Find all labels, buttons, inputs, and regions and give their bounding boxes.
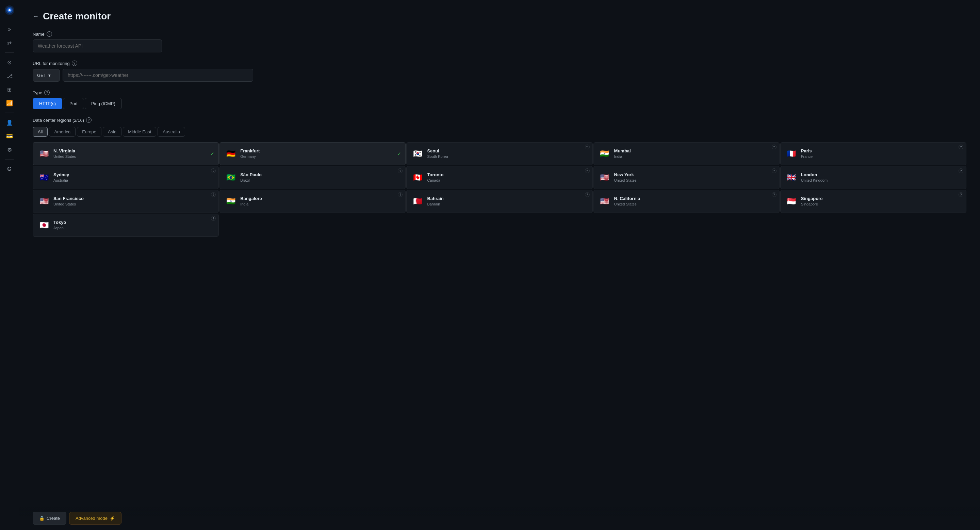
region-name-new-york: New York: [614, 172, 775, 178]
region-name-sao-paulo: São Paulo: [240, 172, 401, 178]
region-name-singapore: Singapore: [801, 196, 961, 202]
filter-tab-middle-east[interactable]: Middle East: [123, 127, 156, 137]
region-name-toronto: Toronto: [427, 172, 587, 178]
sidebar-chevron-icon[interactable]: »: [3, 23, 16, 35]
region-help-san-francisco[interactable]: ?: [211, 192, 216, 197]
name-input[interactable]: [33, 40, 162, 52]
region-card-tokyo[interactable]: 🇯🇵TokyoJapan?: [33, 214, 219, 237]
region-card-toronto[interactable]: 🇨🇦TorontoCanada?: [406, 166, 592, 189]
region-card-n-california[interactable]: 🇺🇸N. CaliforniaUnited States?: [593, 190, 780, 213]
region-country-london: United Kingdom: [801, 178, 961, 182]
name-section: Name ?: [33, 31, 966, 52]
region-country-frankfurt: Germany: [240, 154, 401, 159]
region-card-bangalore[interactable]: 🇮🇳BangaloreIndia?: [220, 190, 406, 213]
region-flag-singapore: 🇸🇬: [785, 195, 798, 208]
lock-icon: 🔒: [39, 516, 45, 521]
region-name-seoul: Seoul: [427, 148, 587, 154]
create-button[interactable]: 🔒 Create: [33, 512, 66, 525]
sidebar-billing-icon[interactable]: 💳: [3, 130, 16, 142]
sidebar-divider-3: [5, 159, 14, 160]
region-help-singapore[interactable]: ?: [959, 192, 963, 197]
filter-tab-america[interactable]: America: [49, 127, 76, 137]
region-flag-new-york: 🇺🇸: [598, 171, 611, 184]
region-country-n-virginia: United States: [53, 154, 214, 159]
sidebar-branch-icon[interactable]: ⎇: [3, 70, 16, 82]
region-country-new-york: United States: [614, 178, 775, 182]
region-help-paris[interactable]: ?: [959, 144, 963, 149]
region-flag-n-virginia: 🇺🇸: [38, 148, 50, 160]
region-card-paris[interactable]: 🇫🇷ParisFrance?: [780, 142, 966, 165]
filter-tab-asia[interactable]: Asia: [103, 127, 121, 137]
filter-tab-all[interactable]: All: [33, 127, 48, 137]
app-logo[interactable]: [3, 4, 16, 16]
region-name-paris: Paris: [801, 148, 961, 154]
region-card-new-york[interactable]: 🇺🇸New YorkUnited States?: [593, 166, 780, 189]
region-name-bangalore: Bangalore: [240, 196, 401, 202]
type-ping-button[interactable]: Ping (ICMP): [85, 98, 122, 109]
sidebar-transfer-icon[interactable]: ⇄: [3, 37, 16, 49]
region-grid: 🇺🇸N. VirginiaUnited States✓🇩🇪FrankfurtGe…: [33, 142, 966, 237]
region-flag-toronto: 🇨🇦: [411, 171, 424, 184]
region-country-sao-paulo: Brazil: [240, 178, 401, 182]
region-name-n-california: N. California: [614, 196, 775, 202]
region-country-toronto: Canada: [427, 178, 587, 182]
region-flag-bangalore: 🇮🇳: [224, 195, 237, 208]
region-country-bangalore: India: [240, 202, 401, 206]
region-flag-sydney: 🇦🇺: [38, 171, 50, 184]
region-name-mumbai: Mumbai: [614, 148, 775, 154]
region-help-new-york[interactable]: ?: [772, 168, 776, 173]
region-card-frankfurt[interactable]: 🇩🇪FrankfurtGermany✓: [220, 142, 406, 165]
name-help-icon[interactable]: ?: [47, 31, 52, 37]
region-card-mumbai[interactable]: 🇮🇳MumbaiIndia?: [593, 142, 780, 165]
type-http-button[interactable]: HTTP(s): [33, 98, 62, 109]
region-name-frankfurt: Frankfurt: [240, 148, 401, 154]
region-help-toronto[interactable]: ?: [585, 168, 590, 173]
region-country-paris: France: [801, 154, 961, 159]
region-card-seoul[interactable]: 🇰🇷SeoulSouth Korea?: [406, 142, 592, 165]
sidebar-search-icon[interactable]: ⊙: [3, 56, 16, 68]
sidebar-g-icon[interactable]: G: [3, 163, 16, 175]
region-card-singapore[interactable]: 🇸🇬SingaporeSingapore?: [780, 190, 966, 213]
url-help-icon[interactable]: ?: [72, 60, 77, 66]
region-country-sydney: Australia: [53, 178, 214, 182]
type-port-button[interactable]: Port: [63, 98, 84, 109]
region-flag-san-francisco: 🇺🇸: [38, 195, 50, 208]
filter-tab-europe[interactable]: Europe: [77, 127, 102, 137]
region-help-bahrain[interactable]: ?: [585, 192, 590, 197]
sidebar-wifi-icon[interactable]: 📶: [3, 97, 16, 109]
region-flag-bahrain: 🇧🇭: [411, 195, 424, 208]
region-help-n-california[interactable]: ?: [772, 192, 776, 197]
url-input[interactable]: [63, 69, 253, 82]
back-button[interactable]: ←: [33, 13, 39, 20]
region-help-mumbai[interactable]: ?: [772, 144, 776, 149]
filter-tab-australia[interactable]: Australia: [158, 127, 185, 137]
region-help-bangalore[interactable]: ?: [398, 192, 402, 197]
region-country-singapore: Singapore: [801, 202, 961, 206]
advanced-mode-button[interactable]: Advanced mode ⚡: [69, 512, 121, 525]
region-name-bahrain: Bahrain: [427, 196, 587, 202]
region-card-bahrain[interactable]: 🇧🇭BahrainBahrain?: [406, 190, 592, 213]
region-card-sydney[interactable]: 🇦🇺SydneyAustralia?: [33, 166, 219, 189]
region-name-london: London: [801, 172, 961, 178]
region-card-sao-paulo[interactable]: 🇧🇷São PauloBrazil?: [220, 166, 406, 189]
type-help-icon[interactable]: ?: [44, 90, 50, 95]
region-country-mumbai: India: [614, 154, 775, 159]
region-card-n-virginia[interactable]: 🇺🇸N. VirginiaUnited States✓: [33, 142, 219, 165]
url-row: GET ▾: [33, 69, 966, 82]
region-help-seoul[interactable]: ?: [585, 144, 590, 149]
method-select[interactable]: GET ▾: [33, 69, 60, 82]
filter-tabs: All America Europe Asia Middle East Aust…: [33, 127, 966, 137]
regions-help-icon[interactable]: ?: [86, 117, 92, 123]
region-help-sao-paulo[interactable]: ?: [398, 168, 402, 173]
region-help-london[interactable]: ?: [959, 168, 963, 173]
region-help-sydney[interactable]: ?: [211, 168, 216, 173]
sidebar-table-icon[interactable]: ⊞: [3, 83, 16, 95]
region-country-seoul: South Korea: [427, 154, 587, 159]
region-help-tokyo[interactable]: ?: [211, 216, 216, 221]
region-card-san-francisco[interactable]: 🇺🇸San FranciscoUnited States?: [33, 190, 219, 213]
sidebar-users-icon[interactable]: 👤: [3, 116, 16, 129]
sidebar-settings-icon[interactable]: ⚙: [3, 144, 16, 156]
region-country-n-california: United States: [614, 202, 775, 206]
region-country-san-francisco: United States: [53, 202, 214, 206]
region-card-london[interactable]: 🇬🇧LondonUnited Kingdom?: [780, 166, 966, 189]
